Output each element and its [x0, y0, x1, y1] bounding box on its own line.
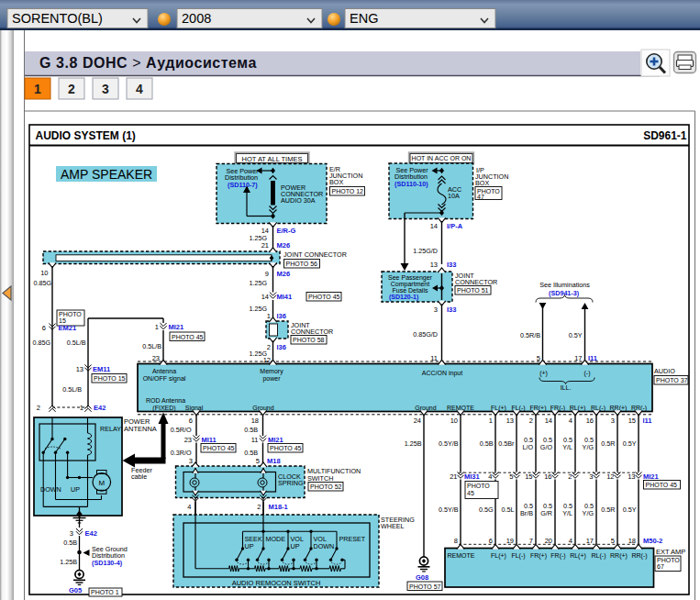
- svg-text:67: 67: [657, 563, 664, 570]
- svg-text:ON/OFF signal: ON/OFF signal: [143, 375, 186, 383]
- svg-text:13: 13: [430, 261, 438, 269]
- svg-text:RR(+): RR(+): [610, 552, 628, 560]
- svg-text:PHOTO 57: PHOTO 57: [409, 583, 441, 590]
- svg-text:EM11: EM11: [93, 365, 110, 373]
- svg-text:1: 1: [155, 323, 159, 331]
- svg-text:M18: M18: [267, 457, 281, 465]
- svg-text:ENG: ENG: [350, 11, 378, 26]
- svg-text:15: 15: [628, 417, 636, 425]
- svg-text:PRESET: PRESET: [339, 535, 366, 543]
- svg-text:0.5Y/B: 0.5Y/B: [439, 439, 459, 448]
- svg-text:16: 16: [586, 417, 594, 425]
- svg-text:18: 18: [251, 417, 259, 425]
- svg-text:0.5B: 0.5B: [244, 449, 258, 457]
- svg-text:JOINT CONNECTOR: JOINT CONNECTOR: [283, 250, 347, 259]
- svg-text:CONNECTOR: CONNECTOR: [291, 328, 333, 336]
- svg-text:DOWN: DOWN: [40, 485, 61, 494]
- svg-text:SORENTO(BL): SORENTO(BL): [12, 11, 103, 26]
- svg-text:0.5L/B: 0.5L/B: [67, 339, 86, 347]
- svg-text:E42: E42: [85, 529, 97, 538]
- svg-text:PHOTO 1: PHOTO 1: [91, 589, 119, 595]
- svg-text:24: 24: [414, 417, 421, 425]
- svg-text:19: 19: [506, 537, 514, 545]
- svg-text:I36: I36: [277, 343, 286, 351]
- svg-text:1.25G/D: 1.25G/D: [413, 247, 438, 255]
- svg-text:(SD120-1): (SD120-1): [389, 294, 418, 301]
- svg-text:(SD110-10): (SD110-10): [394, 180, 428, 188]
- svg-text:I/P-A: I/P-A: [447, 222, 463, 230]
- svg-text:2008: 2008: [182, 11, 211, 26]
- svg-text:AUDIO REMOCON SWITCH: AUDIO REMOCON SWITCH: [232, 579, 321, 587]
- svg-text:2: 2: [529, 417, 533, 425]
- svg-text:PHOTO 45: PHOTO 45: [203, 445, 235, 451]
- svg-text:4: 4: [569, 537, 572, 545]
- svg-text:RELAY: RELAY: [100, 425, 121, 433]
- svg-text:Br/B: Br/B: [520, 509, 533, 517]
- svg-text:14: 14: [261, 293, 269, 301]
- svg-text:45: 45: [467, 490, 474, 496]
- svg-text:23: 23: [152, 354, 160, 362]
- svg-text:(SD941-3): (SD941-3): [549, 289, 580, 297]
- svg-text:1: 1: [34, 82, 41, 96]
- svg-text:7: 7: [529, 537, 533, 545]
- svg-text:4: 4: [187, 503, 191, 511]
- svg-text:0.5B: 0.5B: [480, 439, 494, 448]
- svg-text:PHOTO 45: PHOTO 45: [308, 294, 340, 300]
- svg-text:3: 3: [434, 306, 438, 314]
- svg-text:PHOTO 51: PHOTO 51: [457, 287, 489, 294]
- svg-text:(-): (-): [584, 370, 591, 377]
- svg-text:AUDIO SYSTEM (1): AUDIO SYSTEM (1): [36, 129, 136, 142]
- svg-text:13: 13: [506, 417, 514, 425]
- svg-text:9: 9: [265, 270, 269, 278]
- svg-text:0.85G: 0.85G: [33, 279, 51, 287]
- svg-text:M26: M26: [277, 270, 291, 278]
- svg-text:0.5R/O: 0.5R/O: [171, 426, 192, 434]
- svg-text:ILL.: ILL.: [561, 384, 572, 391]
- svg-text:17: 17: [574, 354, 582, 362]
- svg-text:0.5Y: 0.5Y: [623, 439, 637, 448]
- svg-text:ANTENNA: ANTENNA: [124, 425, 157, 433]
- svg-text:1.25B: 1.25B: [405, 439, 422, 448]
- svg-text:PHOTO 58: PHOTO 58: [293, 337, 325, 343]
- svg-text:WHEEL: WHEEL: [381, 522, 405, 530]
- svg-text:1.25G: 1.25G: [249, 305, 267, 313]
- svg-text:2: 2: [37, 404, 40, 412]
- svg-text:RL(+): RL(+): [570, 552, 586, 560]
- svg-text:17: 17: [586, 537, 594, 545]
- svg-text:0.85G: 0.85G: [32, 339, 50, 347]
- svg-text:1: 1: [267, 312, 271, 320]
- svg-text:RR(-): RR(-): [631, 552, 647, 560]
- svg-text:0.5R: 0.5R: [601, 506, 615, 514]
- svg-text:UP: UP: [71, 485, 80, 494]
- svg-text:3: 3: [189, 457, 193, 465]
- svg-text:0.5L/B: 0.5L/B: [62, 385, 82, 394]
- svg-text:G/O: G/O: [540, 443, 553, 451]
- svg-text:5: 5: [256, 457, 260, 465]
- svg-text:MI41: MI41: [277, 293, 293, 301]
- svg-text:1: 1: [489, 417, 493, 425]
- svg-text:E42: E42: [94, 404, 106, 412]
- svg-text:BOX: BOX: [329, 178, 343, 186]
- svg-text:0.5B: 0.5B: [63, 539, 77, 547]
- svg-text:6: 6: [489, 537, 493, 545]
- svg-text:14: 14: [430, 222, 438, 230]
- svg-text:FR(-): FR(-): [550, 552, 565, 560]
- svg-text:MI31: MI31: [464, 472, 480, 481]
- svg-text:G05: G05: [69, 586, 82, 594]
- svg-text:3: 3: [611, 417, 615, 425]
- svg-text:G 3.8 DOHC > Аудиосистема: G 3.8 DOHC > Аудиосистема: [39, 55, 257, 71]
- svg-text:Ground: Ground: [415, 405, 436, 411]
- svg-text:MI21: MI21: [169, 323, 184, 331]
- svg-text:M50-2: M50-2: [643, 537, 662, 545]
- svg-text:FL(-): FL(-): [511, 552, 525, 560]
- svg-text:11: 11: [251, 436, 259, 444]
- svg-text:L/O: L/O: [522, 443, 533, 451]
- svg-text:DOWN: DOWN: [314, 542, 335, 550]
- svg-text:3: 3: [70, 529, 73, 538]
- svg-text:8: 8: [454, 537, 458, 545]
- svg-text:47: 47: [477, 194, 484, 200]
- svg-text:I33: I33: [447, 306, 456, 314]
- svg-text:2: 2: [257, 503, 261, 511]
- svg-text:cable: cable: [131, 472, 147, 481]
- svg-text:EXT AMP: EXT AMP: [656, 548, 685, 556]
